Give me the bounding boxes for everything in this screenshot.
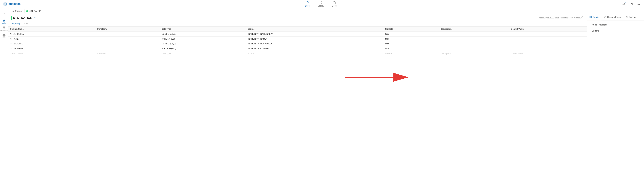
logo-text: coalesce [8,2,20,6]
notifications-button[interactable] [621,1,626,7]
table-row[interactable]: N_NAME VARCHAR(25) "NATION":"N_NAME" fal… [8,37,587,41]
options-header[interactable]: › Options [587,28,644,34]
nav-docs[interactable]: Docs [330,0,338,8]
col-header-default: Default Value [509,26,587,32]
cell-default [509,46,587,51]
svg-point-8 [4,21,5,22]
tab-bar: Browser STG_NATION ✕ [8,8,644,14]
cell-description [438,41,509,46]
col-header-source: Source [246,26,383,32]
cell-source: "NATION":"N_REGIONKEY" [246,41,383,46]
browser-tab[interactable]: Browser [10,9,24,13]
cell-nullable: false [383,37,439,41]
table-header-row: Column Name Transform Data Type Source N… [8,26,587,32]
user-icon [637,2,640,5]
svg-rect-12 [4,27,5,27]
cell-nullable: false [383,41,439,46]
cell-datatype: VARCHAR(152) [160,46,246,51]
logo-icon [3,2,8,6]
sidebar-item-jobs[interactable]: Jobs [1,33,8,40]
svg-line-10 [4,20,5,21]
info-icon[interactable]: i [582,16,584,19]
node-color-bar [11,16,12,20]
svg-rect-21 [590,17,590,18]
cell-description [438,37,509,41]
cell-description [438,32,509,37]
col-header-datatype: Data Type [160,26,246,32]
help-icon [630,2,633,5]
table-placeholder-row: Column Name Transform Data Type Source N… [8,51,587,56]
config-tab-testing[interactable]: Testing [623,14,638,20]
jobs-icon [2,34,6,37]
options-section: › Options [587,28,644,34]
col-header-nullable: Nullable [383,26,439,32]
cell-datatype: VARCHAR(25) [160,37,246,41]
cell-source: "NATION":"N_NAME" [246,37,383,41]
stg-nation-tab[interactable]: STG_NATION ✕ [24,9,46,13]
tab-color-dot [26,10,28,12]
svg-rect-19 [591,16,592,17]
node-title: STG_NATION ✏ [11,16,36,20]
svg-rect-20 [591,17,592,18]
cell-nullable: false [383,32,439,37]
col-header-description: Description [438,26,509,32]
edit-node-name-button[interactable]: ✏ [34,16,36,19]
cell-datatype: NUMBER(38,0) [160,41,246,46]
docs-icon [332,1,336,4]
node-name: STG_NATION [13,16,32,20]
home-icon [12,10,14,12]
back-button[interactable] [1,9,8,16]
config-content: › Node Properties › Options [587,20,644,172]
build-icon [306,1,309,4]
nav-build[interactable]: Build [304,0,311,8]
cell-transform [95,46,160,51]
table-row[interactable]: N_REGIONKEY NUMBER(38,0) "NATION":"N_REG… [8,41,587,46]
sub-tabs: Mapping Join [8,20,587,26]
chevron-right-icon-2: › [590,30,590,32]
logo: coalesce [3,2,20,6]
config-tabs: Config Column Editor Testing [587,14,644,20]
svg-rect-15 [3,35,5,36]
cell-transform [95,41,160,46]
workspace: STG_NATION ✏ nodeID: 4ba7c203-8d1e-42dd-… [8,14,644,172]
nav-deploy[interactable]: Deploy [316,0,325,8]
svg-point-5 [638,3,639,4]
node-properties-section: › Node Properties [587,22,644,28]
node-properties-header[interactable]: › Node Properties [587,22,644,28]
top-nav-center: Build Deploy Docs [304,0,338,8]
sidebar-item-nodes[interactable]: Nodes [1,18,8,25]
testing-icon [626,16,628,18]
main-layout: Nodes Subgraphs Jobs Br [0,8,644,172]
user-button[interactable] [636,1,641,7]
svg-rect-14 [4,28,5,29]
tab-join[interactable]: Join [23,21,28,26]
col-header-name: Column Name [8,26,95,32]
tab-mapping[interactable]: Mapping [11,21,20,26]
content-area: Browser STG_NATION ✕ STG_NATION ✏ [8,8,644,172]
svg-point-7 [3,21,3,22]
svg-rect-11 [3,27,4,27]
cell-col-name: N_NATIONKEY [8,32,95,37]
subgraphs-icon [2,26,6,29]
config-tab-config[interactable]: Config [587,14,602,20]
help-button[interactable] [628,1,634,7]
cell-description [438,46,509,51]
config-tab-column-editor[interactable]: Column Editor [602,14,623,20]
top-nav-right [621,1,641,7]
table-row[interactable]: N_COMMENT VARCHAR(152) "NATION":"N_COMME… [8,46,587,51]
cell-col-name: N_REGIONKEY [8,41,95,46]
config-icon [590,16,592,18]
nodes-icon [2,19,6,22]
tab-close-button[interactable]: ✕ [43,10,44,12]
back-icon [2,11,6,14]
cell-transform [95,32,160,37]
col-header-transform: Transform [95,26,160,32]
table-row[interactable]: N_NATIONKEY NUMBER(38,0) "NATION":"N_NAT… [8,32,587,37]
sidebar-item-subgraphs[interactable]: Subgraphs [1,25,8,32]
svg-rect-13 [3,28,4,29]
notification-dot [624,2,626,3]
column-editor-icon [604,16,606,18]
config-panel: Config Column Editor Testing [587,14,644,172]
cell-datatype: NUMBER(38,0) [160,32,246,37]
svg-line-9 [3,20,4,21]
